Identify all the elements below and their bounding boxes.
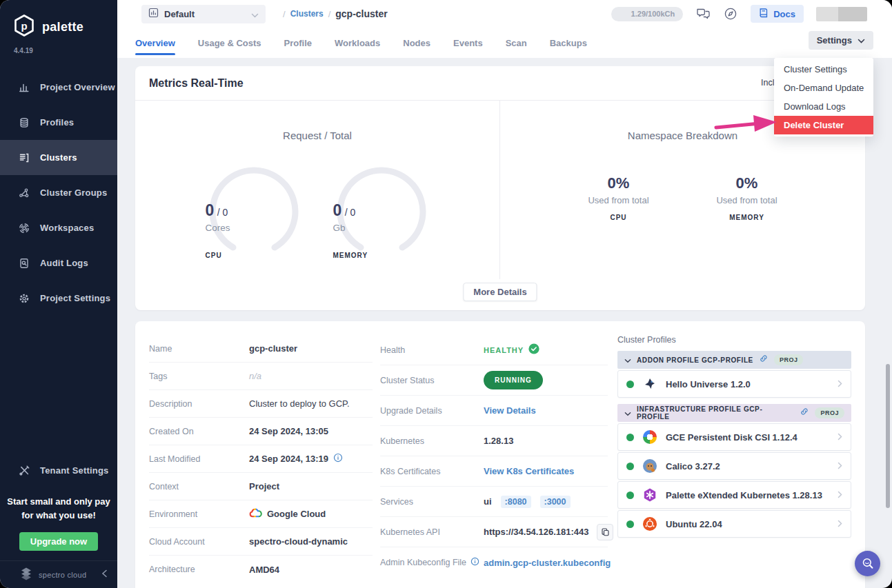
cpu-gauge-unit: Cores <box>206 223 302 233</box>
link-icon[interactable] <box>759 354 769 366</box>
header-area: Default / Clusters / gcp-cluster 1.29/10… <box>117 0 892 58</box>
info-icon[interactable] <box>333 453 343 465</box>
tab-usage-costs[interactable]: Usage & Costs <box>198 30 261 57</box>
sidebar-item-label: Project Overview <box>40 82 115 92</box>
ubuntu-icon <box>642 516 658 532</box>
sidebar-item-clusters[interactable]: Clusters <box>0 140 117 175</box>
chevron-right-icon <box>838 518 842 530</box>
tab-profile[interactable]: Profile <box>284 30 312 57</box>
info-icon[interactable] <box>470 557 479 568</box>
docs-button[interactable]: Docs <box>751 5 804 23</box>
chat-icon[interactable] <box>695 6 711 21</box>
spectro-cloud-logo-icon <box>19 567 33 583</box>
sidebar-item-workspaces[interactable]: Workspaces <box>0 210 117 245</box>
tab-workloads[interactable]: Workloads <box>335 30 380 57</box>
tab-backups[interactable]: Backups <box>550 30 587 57</box>
cpu-percent: 0% <box>571 174 667 192</box>
pack-name: Ubuntu 22.04 <box>666 519 830 529</box>
audit-log-icon <box>18 257 30 270</box>
usage-credits-badge: 1.29/100kCh <box>611 7 683 21</box>
sidebar-item-project-overview[interactable]: Project Overview <box>0 70 117 105</box>
chevron-right-icon <box>838 489 842 501</box>
svg-text:p: p <box>21 20 27 32</box>
detail-label: Kubernetes <box>380 436 484 446</box>
detail-label: K8s Certificates <box>380 467 484 476</box>
menu-item-cluster-settings[interactable]: Cluster Settings <box>774 60 873 79</box>
metrics-title: Metrics Real-Time <box>149 77 244 90</box>
pack-name: GCE Persistent Disk CSI 1.12.4 <box>666 432 830 443</box>
cpu-gauge: 0 / 0 Cores CPU <box>206 163 302 264</box>
more-details-button[interactable]: More Details <box>463 283 537 301</box>
detail-row-k8s-certificates: K8s Certificates View K8s Certificates <box>380 456 608 487</box>
menu-item-download-logs[interactable]: Download Logs <box>774 97 873 116</box>
pack-name: Calico 3.27.2 <box>666 461 830 472</box>
tab-overview[interactable]: Overview <box>135 30 175 57</box>
sidebar-footer: spectro cloud <box>0 560 117 588</box>
pack-row-pxk[interactable]: Palette eXtended Kubernetes 1.28.13 <box>617 481 851 509</box>
namespace-memory-stat: 0% Used from total MEMORY <box>699 174 795 221</box>
proj-scope-badge: PROJ <box>815 407 844 418</box>
footer-brand-name: spectro cloud <box>39 571 96 579</box>
breadcrumb-clusters-link[interactable]: Clusters <box>290 9 324 19</box>
pack-status-dot <box>626 491 634 499</box>
cluster-profiles-title: Cluster Profiles <box>617 335 851 345</box>
pack-row-calico[interactable]: Calico 3.27.2 <box>617 452 851 480</box>
sidebar-item-tenant-settings[interactable]: Tenant Settings <box>0 454 117 488</box>
settings-button[interactable]: Settings <box>809 31 873 50</box>
sidebar-item-profiles[interactable]: Profiles <box>0 105 117 140</box>
chevron-right-icon <box>838 378 842 390</box>
calico-icon <box>642 458 658 474</box>
tab-scan[interactable]: Scan <box>506 30 527 57</box>
tab-nodes[interactable]: Nodes <box>403 30 430 57</box>
cpu-caption: Used from total <box>571 195 667 205</box>
cpu-metric-label: CPU <box>571 214 667 221</box>
pack-row-hello-universe[interactable]: Hello Universe 1.2.0 <box>617 370 851 398</box>
health-status-text: HEALTHY <box>484 346 524 354</box>
pack-status-dot <box>626 381 634 388</box>
kubernetes-api-url: https://34.54.126.181:443 <box>484 527 588 537</box>
kubeconfig-download-link[interactable]: admin.gcp-cluster.kubeconfig <box>484 558 611 568</box>
memory-percent: 0% <box>699 174 795 192</box>
detail-row-health: Health HEALTHY <box>380 335 608 365</box>
magnifier-smile-icon <box>860 556 875 571</box>
proj-scope-badge: PROJ <box>774 354 804 365</box>
service-port-link[interactable]: :3000 <box>540 496 571 508</box>
help-search-fab[interactable] <box>855 551 880 576</box>
upgrade-now-button[interactable]: Upgrade now <box>19 532 98 551</box>
chevron-right-icon <box>838 460 842 472</box>
service-port-link[interactable]: :8080 <box>501 496 531 508</box>
pack-status-dot <box>626 463 634 470</box>
memory-caption: Used from total <box>699 195 795 205</box>
pack-row-ubuntu[interactable]: Ubuntu 22.04 <box>617 510 851 538</box>
request-total-panel: Request / Total 0 / 0 Cores CPU 0 / 0 Gb… <box>135 101 500 279</box>
infrastructure-profile-header[interactable]: INFRASTRUCTURE PROFILE GCP-PROFILE PROJ <box>617 404 851 422</box>
page-scrollbar[interactable] <box>886 364 890 508</box>
copy-icon[interactable] <box>597 524 613 540</box>
detail-row-kubernetes-api: Kubernetes API https://34.54.126.181:443 <box>380 517 608 547</box>
compass-icon[interactable] <box>723 6 738 21</box>
menu-item-delete-cluster[interactable]: Delete Cluster <box>774 116 873 134</box>
detail-label: Architecture <box>149 565 249 574</box>
tab-events[interactable]: Events <box>453 30 483 57</box>
collapse-sidebar-icon[interactable] <box>101 569 108 580</box>
view-k8s-certificates-link[interactable]: View K8s Certificates <box>484 466 574 476</box>
cpu-gauge-metric: CPU <box>206 252 302 259</box>
top-bar: Default / Clusters / gcp-cluster 1.29/10… <box>117 0 892 28</box>
sidebar-item-cluster-groups[interactable]: Cluster Groups <box>0 175 117 210</box>
layers-icon <box>18 116 30 129</box>
view-details-link[interactable]: View Details <box>484 405 536 416</box>
menu-item-on-demand-update[interactable]: On-Demand Update <box>774 79 873 97</box>
detail-value: Project <box>249 481 279 491</box>
project-selector-dropdown[interactable]: Default <box>141 5 266 23</box>
pack-row-gce-disk[interactable]: GCE Persistent Disk CSI 1.12.4 <box>617 423 851 451</box>
sidebar-item-audit-logs[interactable]: Audit Logs <box>0 245 117 281</box>
link-icon[interactable] <box>800 407 809 419</box>
sidebar-item-project-settings[interactable]: Project Settings <box>0 281 117 316</box>
chevron-right-icon <box>838 431 842 443</box>
addon-profile-header[interactable]: ADDON PROFILE GCP-PROFILE PROJ <box>617 351 851 369</box>
detail-label: Context <box>149 482 249 491</box>
profile-group-name: ADDON PROFILE GCP-PROFILE <box>637 356 753 364</box>
namespace-cpu-stat: 0% Used from total CPU <box>571 174 667 221</box>
detail-value: Google Cloud <box>267 509 326 519</box>
detail-label: Last Modified <box>149 454 249 464</box>
